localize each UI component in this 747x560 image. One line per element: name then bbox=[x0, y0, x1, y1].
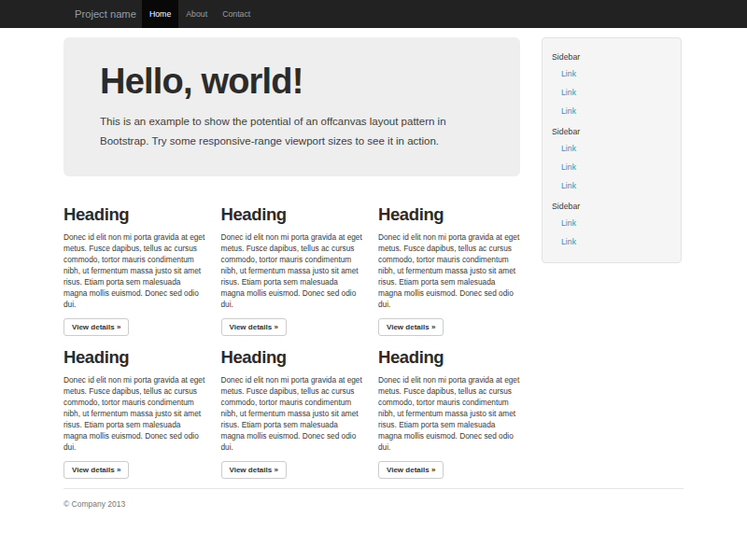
card-body-text: Donec id elit non mi porta gravida at eg… bbox=[63, 231, 205, 310]
nav-item-about[interactable]: About bbox=[178, 0, 215, 28]
sidebar-link[interactable]: Link bbox=[543, 158, 681, 176]
card-heading: Heading bbox=[63, 347, 205, 368]
card-heading: Heading bbox=[63, 204, 205, 225]
nav-item-contact[interactable]: Contact bbox=[215, 0, 258, 28]
jumbotron-description: This is an example to show the potential… bbox=[100, 112, 484, 151]
copyright-text: © Company 2013 bbox=[63, 499, 684, 509]
view-details-button[interactable]: View details » bbox=[378, 461, 444, 479]
card-heading: Heading bbox=[378, 347, 520, 368]
cards-row-1: Heading Donec id elit non mi porta gravi… bbox=[63, 204, 520, 336]
view-details-button[interactable]: View details » bbox=[63, 461, 129, 479]
sidebar-group: Sidebar Link Link bbox=[543, 201, 681, 251]
card: Heading Donec id elit non mi porta gravi… bbox=[63, 204, 205, 336]
card-heading: Heading bbox=[378, 204, 520, 225]
top-navbar: Project name Home About Contact bbox=[0, 0, 747, 28]
card: Heading Donec id elit non mi porta gravi… bbox=[378, 204, 520, 336]
nav-item-home[interactable]: Home bbox=[142, 0, 178, 28]
card-heading: Heading bbox=[221, 347, 363, 368]
card: Heading Donec id elit non mi porta gravi… bbox=[221, 347, 363, 479]
sidebar-link[interactable]: Link bbox=[543, 176, 681, 195]
sidebar-link[interactable]: Link bbox=[543, 139, 681, 158]
sidebar-group-header: Sidebar bbox=[552, 126, 671, 137]
brand-link[interactable]: Project name bbox=[63, 0, 142, 28]
card-body-text: Donec id elit non mi porta gravida at eg… bbox=[63, 374, 205, 453]
page-container: Hello, world! This is an example to show… bbox=[63, 28, 684, 509]
navbar-container: Project name Home About Contact bbox=[63, 0, 684, 28]
content-row: Hello, world! This is an example to show… bbox=[63, 28, 684, 479]
jumbotron-title: Hello, world! bbox=[100, 63, 484, 101]
card: Heading Donec id elit non mi porta gravi… bbox=[63, 347, 205, 479]
sidebar-link[interactable]: Link bbox=[543, 102, 681, 120]
sidebar-link[interactable]: Link bbox=[543, 64, 681, 83]
view-details-button[interactable]: View details » bbox=[221, 461, 287, 479]
sidebar: Sidebar Link Link Link Sidebar Link Link… bbox=[542, 37, 682, 263]
card-body-text: Donec id elit non mi porta gravida at eg… bbox=[221, 374, 363, 453]
card-body-text: Donec id elit non mi porta gravida at eg… bbox=[378, 374, 520, 453]
sidebar-group: Sidebar Link Link Link bbox=[543, 126, 681, 195]
main-column: Hello, world! This is an example to show… bbox=[63, 28, 520, 479]
sidebar-group-header: Sidebar bbox=[552, 51, 671, 63]
view-details-button[interactable]: View details » bbox=[378, 318, 444, 336]
card-body-text: Donec id elit non mi porta gravida at eg… bbox=[221, 231, 363, 310]
sidebar-group-header: Sidebar bbox=[552, 201, 671, 212]
sidebar-group: Sidebar Link Link Link bbox=[543, 51, 681, 120]
view-details-button[interactable]: View details » bbox=[63, 318, 129, 336]
page-footer: © Company 2013 bbox=[63, 488, 684, 509]
cards-row-2: Heading Donec id elit non mi porta gravi… bbox=[63, 347, 520, 479]
jumbotron: Hello, world! This is an example to show… bbox=[63, 37, 520, 176]
card: Heading Donec id elit non mi porta gravi… bbox=[378, 347, 520, 479]
card: Heading Donec id elit non mi porta gravi… bbox=[221, 204, 363, 336]
card-heading: Heading bbox=[221, 204, 363, 225]
navbar-menu: Home About Contact bbox=[142, 0, 258, 28]
sidebar-link[interactable]: Link bbox=[543, 214, 681, 232]
sidebar-link[interactable]: Link bbox=[543, 83, 681, 102]
sidebar-link[interactable]: Link bbox=[543, 232, 681, 251]
view-details-button[interactable]: View details » bbox=[221, 318, 287, 336]
card-body-text: Donec id elit non mi porta gravida at eg… bbox=[378, 231, 520, 310]
